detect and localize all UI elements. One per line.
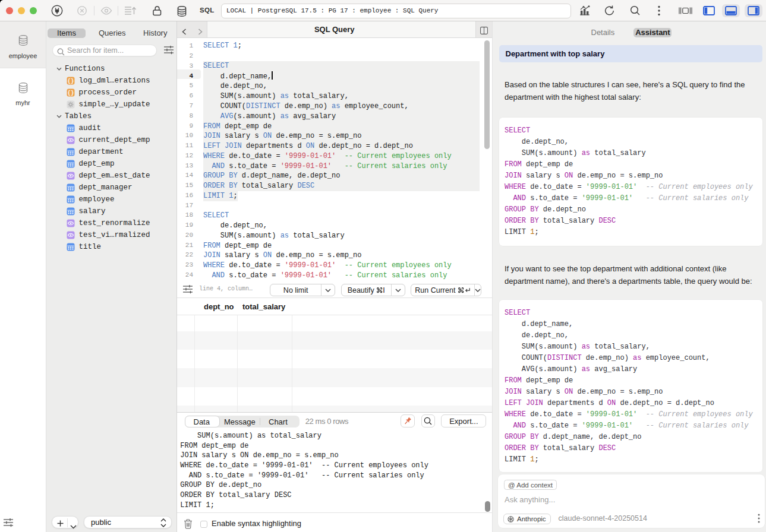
svg-text:{}: {}	[67, 78, 74, 84]
svg-text:{}: {}	[67, 90, 74, 96]
